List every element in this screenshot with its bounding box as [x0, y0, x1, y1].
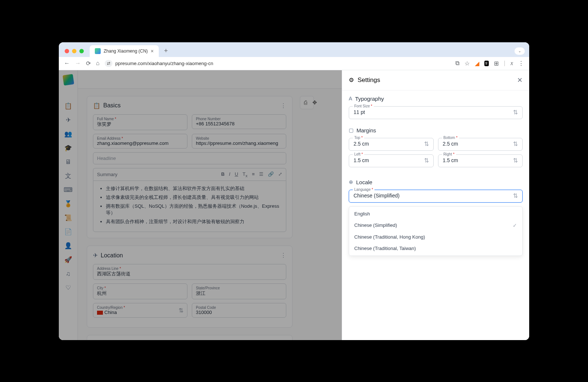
margin-bottom-select[interactable]: Bottom * 2.5 cm⇅ — [438, 138, 523, 151]
gear-icon: ⚙ — [349, 76, 354, 83]
maximize-window-icon[interactable] — [79, 49, 84, 53]
chevron-updown-icon: ⇅ — [424, 140, 429, 147]
chevron-updown-icon: ⇅ — [424, 157, 429, 164]
extensions-icon[interactable]: ⊞ — [494, 60, 499, 67]
url-text: ppresume.com/xiaohanyu/zhang-xiaomeng-cn — [115, 61, 214, 66]
minimize-window-icon[interactable] — [72, 49, 76, 53]
drawer-title: Settings — [358, 76, 380, 84]
extension-x-icon[interactable]: x — [510, 60, 513, 67]
chevron-updown-icon: ⇅ — [513, 140, 518, 147]
extension-carrot-icon[interactable]: ◢ — [475, 60, 479, 67]
font-size-select[interactable]: Font Size * 11 pt ⇅ — [349, 106, 523, 119]
close-tab-icon[interactable]: × — [151, 48, 154, 54]
address-bar: ← → ⟳ ⌂ ⇄ ppresume.com/xiaohanyu/zhang-x… — [59, 57, 529, 70]
tab-title: Zhang Xiaomeng (CN) — [104, 49, 148, 54]
url-field[interactable]: ⇄ ppresume.com/xiaohanyu/zhang-xiaomeng-… — [105, 60, 450, 67]
tab-overflow-icon[interactable]: ⌄ — [514, 47, 525, 55]
margins-section: ▢ Margins Top * 2.5 cm⇅ Bottom * 2.5 cm⇅ — [349, 127, 523, 171]
language-option[interactable]: Chinese (Traditional, Hong Kong) — [349, 231, 522, 243]
globe-icon: ⊕ — [349, 179, 353, 185]
chevron-updown-icon: ⇅ — [513, 157, 518, 164]
back-button[interactable]: ← — [64, 60, 70, 67]
bookmark-icon[interactable]: ☆ — [465, 60, 470, 67]
language-option[interactable]: Chinese (Traditional, Taiwan) — [349, 243, 522, 254]
locale-section: ⊕ Locale Language * Chinese (Simplified)… — [349, 179, 523, 256]
language-dropdown: EnglishChinese (Simplified)✓Chinese (Tra… — [349, 206, 523, 256]
forward-button: → — [75, 60, 81, 67]
extension-fr-icon[interactable]: fr — [484, 61, 489, 66]
window-controls[interactable] — [63, 47, 87, 55]
favicon-icon — [95, 48, 101, 54]
language-select[interactable]: Language * Chinese (Simplified) ⇅ — [349, 190, 523, 203]
browser-chrome: Zhang Xiaomeng (CN) × + ⌄ — [59, 42, 529, 57]
site-info-icon[interactable]: ⇄ — [105, 60, 112, 67]
check-icon: ✓ — [513, 222, 517, 228]
language-option[interactable]: Chinese (Simplified)✓ — [349, 219, 522, 231]
home-button[interactable]: ⌂ — [96, 60, 100, 67]
margins-icon: ▢ — [349, 127, 354, 133]
open-external-icon[interactable]: ⧉ — [455, 60, 459, 67]
language-option[interactable]: English — [349, 208, 522, 219]
app-body: 📋 ✈ 👥 🎓 🖥 文 ⌨ 🏅 📜 📄 👤 🚀 ♫ ♡ Zhang Xiaome… — [59, 70, 529, 340]
new-tab-button[interactable]: + — [162, 47, 170, 55]
close-icon[interactable]: ✕ — [517, 76, 523, 84]
margin-right-select[interactable]: Right * 1.5 cm⇅ — [438, 154, 523, 167]
chevron-updown-icon: ⇅ — [513, 109, 518, 116]
close-window-icon[interactable] — [65, 49, 69, 53]
margin-top-select[interactable]: Top * 2.5 cm⇅ — [349, 138, 434, 151]
browser-tab[interactable]: Zhang Xiaomeng (CN) × — [90, 45, 159, 57]
settings-drawer: ⚙ Settings ✕ A Typography Font Size * 11… — [342, 70, 529, 340]
browser-menu-icon[interactable]: ⋮ — [518, 60, 524, 67]
margin-left-select[interactable]: Left * 1.5 cm⇅ — [349, 154, 434, 167]
chevron-updown-icon: ⇅ — [513, 192, 518, 199]
typography-section: A Typography Font Size * 11 pt ⇅ — [349, 96, 523, 119]
browser-window: Zhang Xiaomeng (CN) × + ⌄ ← → ⟳ ⌂ ⇄ ppre… — [59, 42, 529, 340]
font-icon: A — [349, 96, 352, 101]
reload-button[interactable]: ⟳ — [86, 60, 91, 67]
